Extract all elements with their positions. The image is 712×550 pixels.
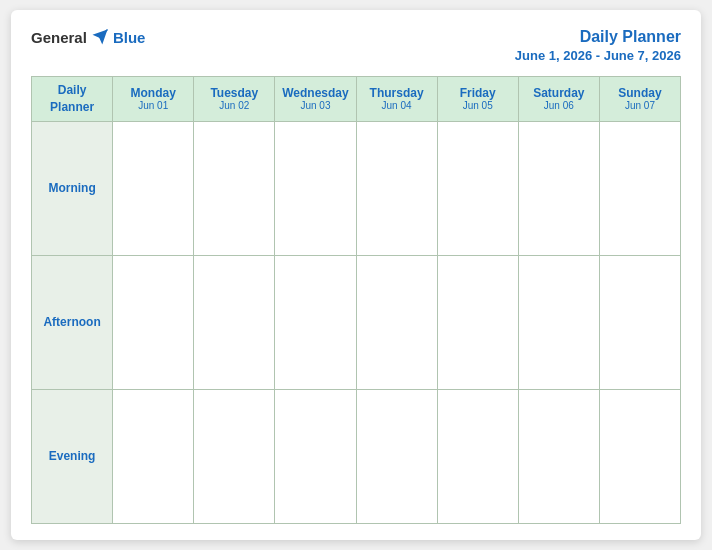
morning-tuesday-cell[interactable] bbox=[194, 121, 275, 255]
afternoon-wednesday-cell[interactable] bbox=[275, 255, 356, 389]
logo-bird-icon bbox=[91, 28, 109, 46]
header-row: Daily Planner Monday Jun 01 Tuesday Jun … bbox=[32, 77, 681, 122]
tuesday-date: Jun 02 bbox=[197, 100, 271, 111]
evening-sunday-cell[interactable] bbox=[599, 389, 680, 523]
tuesday-name: Tuesday bbox=[197, 86, 271, 100]
col-sunday: Sunday Jun 07 bbox=[599, 77, 680, 122]
monday-date: Jun 01 bbox=[116, 100, 190, 111]
planner-table: Daily Planner Monday Jun 01 Tuesday Jun … bbox=[31, 76, 681, 524]
afternoon-thursday-cell[interactable] bbox=[356, 255, 437, 389]
col-saturday: Saturday Jun 06 bbox=[518, 77, 599, 122]
saturday-name: Saturday bbox=[522, 86, 596, 100]
morning-monday-cell[interactable] bbox=[113, 121, 194, 255]
col-label-line2: Planner bbox=[50, 100, 94, 114]
evening-label: Evening bbox=[32, 389, 113, 523]
evening-friday-cell[interactable] bbox=[437, 389, 518, 523]
planner-page: General Blue Daily Planner June 1, 2026 … bbox=[11, 10, 701, 540]
saturday-date: Jun 06 bbox=[522, 100, 596, 111]
afternoon-tuesday-cell[interactable] bbox=[194, 255, 275, 389]
evening-thursday-cell[interactable] bbox=[356, 389, 437, 523]
morning-label: Morning bbox=[32, 121, 113, 255]
col-monday: Monday Jun 01 bbox=[113, 77, 194, 122]
thursday-date: Jun 04 bbox=[360, 100, 434, 111]
col-header-label: Daily Planner bbox=[32, 77, 113, 122]
logo-blue-text: Blue bbox=[113, 29, 146, 46]
wednesday-name: Wednesday bbox=[278, 86, 352, 100]
evening-wednesday-cell[interactable] bbox=[275, 389, 356, 523]
col-tuesday: Tuesday Jun 02 bbox=[194, 77, 275, 122]
morning-row: Morning bbox=[32, 121, 681, 255]
logo-row: General Blue bbox=[31, 28, 145, 46]
logo-area: General Blue bbox=[31, 28, 145, 46]
logo-general-text: General bbox=[31, 29, 87, 46]
evening-monday-cell[interactable] bbox=[113, 389, 194, 523]
header: General Blue Daily Planner June 1, 2026 … bbox=[31, 28, 681, 64]
morning-sunday-cell[interactable] bbox=[599, 121, 680, 255]
friday-name: Friday bbox=[441, 86, 515, 100]
morning-saturday-cell[interactable] bbox=[518, 121, 599, 255]
morning-wednesday-cell[interactable] bbox=[275, 121, 356, 255]
afternoon-friday-cell[interactable] bbox=[437, 255, 518, 389]
evening-saturday-cell[interactable] bbox=[518, 389, 599, 523]
afternoon-saturday-cell[interactable] bbox=[518, 255, 599, 389]
afternoon-label: Afternoon bbox=[32, 255, 113, 389]
col-wednesday: Wednesday Jun 03 bbox=[275, 77, 356, 122]
afternoon-sunday-cell[interactable] bbox=[599, 255, 680, 389]
monday-name: Monday bbox=[116, 86, 190, 100]
planner-subtitle: June 1, 2026 - June 7, 2026 bbox=[515, 48, 681, 63]
friday-date: Jun 05 bbox=[441, 100, 515, 111]
afternoon-monday-cell[interactable] bbox=[113, 255, 194, 389]
sunday-name: Sunday bbox=[603, 86, 677, 100]
morning-friday-cell[interactable] bbox=[437, 121, 518, 255]
col-thursday: Thursday Jun 04 bbox=[356, 77, 437, 122]
sunday-date: Jun 07 bbox=[603, 100, 677, 111]
thursday-name: Thursday bbox=[360, 86, 434, 100]
evening-row: Evening bbox=[32, 389, 681, 523]
afternoon-row: Afternoon bbox=[32, 255, 681, 389]
morning-thursday-cell[interactable] bbox=[356, 121, 437, 255]
title-area: Daily Planner June 1, 2026 - June 7, 202… bbox=[515, 28, 681, 64]
wednesday-date: Jun 03 bbox=[278, 100, 352, 111]
col-label-line1: Daily bbox=[58, 83, 87, 97]
col-friday: Friday Jun 05 bbox=[437, 77, 518, 122]
planner-title: Daily Planner bbox=[580, 28, 681, 45]
evening-tuesday-cell[interactable] bbox=[194, 389, 275, 523]
